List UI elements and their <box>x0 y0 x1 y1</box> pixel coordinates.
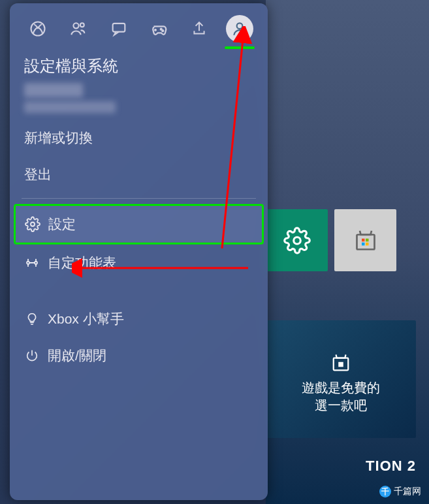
divider <box>22 198 256 199</box>
profile-tag-blurred <box>24 101 116 113</box>
chat-icon <box>110 20 128 38</box>
svg-point-0 <box>293 237 300 244</box>
watermark-text: 千篇网 <box>394 486 421 497</box>
gear-icon <box>283 227 311 254</box>
svg-point-16 <box>27 261 29 264</box>
share-icon <box>191 20 208 37</box>
guide-tab-row <box>10 10 268 52</box>
svg-rect-5 <box>366 243 369 246</box>
profile-info[interactable] <box>10 79 268 120</box>
dashboard-background: 遊戲是免費的 選一款吧 TION 2 <box>266 0 429 504</box>
menu-sign-out[interactable]: 登出 <box>10 156 268 193</box>
store-tile[interactable] <box>334 209 396 271</box>
settings-tile[interactable] <box>266 209 328 271</box>
promo-banner-tile[interactable]: 遊戲是免費的 選一款吧 <box>266 320 416 438</box>
svg-point-10 <box>80 23 84 27</box>
svg-rect-2 <box>362 239 365 242</box>
menu-xbox-assist[interactable]: Xbox 小幫手 <box>10 301 268 337</box>
tab-games[interactable] <box>145 15 172 42</box>
tab-home[interactable] <box>24 15 52 42</box>
tab-people[interactable] <box>65 15 92 42</box>
store-icon <box>354 229 377 252</box>
controller-icon <box>149 19 168 39</box>
gear-icon <box>25 216 40 232</box>
banner-line2: 選一款吧 <box>272 397 409 414</box>
tab-profile[interactable] <box>226 15 253 42</box>
store-bag-icon <box>331 353 351 373</box>
menu-label: 自定功能表 <box>48 254 116 272</box>
svg-rect-11 <box>112 24 125 32</box>
svg-point-9 <box>73 23 78 28</box>
people-icon <box>69 20 87 38</box>
bg-game-title-fragment: TION 2 <box>366 458 416 475</box>
profile-name-blurred <box>24 83 83 97</box>
svg-rect-4 <box>362 243 365 246</box>
svg-point-17 <box>35 261 37 264</box>
menu-label: Xbox 小幫手 <box>48 310 124 328</box>
menu-label: 設定 <box>48 215 76 233</box>
svg-rect-7 <box>338 362 343 367</box>
menu-power[interactable]: 開啟/關閉 <box>10 337 268 374</box>
guide-panel: 設定檔與系統 新增或切換 登出 設定 自定功能表 <box>10 3 268 500</box>
menu-label: 新增或切換 <box>24 129 93 147</box>
power-icon <box>24 348 40 363</box>
menu-label: 登出 <box>24 165 52 184</box>
menu-settings[interactable]: 設定 <box>14 204 264 244</box>
svg-point-14 <box>237 23 243 29</box>
profile-icon <box>231 20 248 37</box>
banner-line1: 遊戲是免費的 <box>272 379 409 397</box>
menu-label: 開啟/關閉 <box>48 346 106 365</box>
xbox-icon <box>29 20 47 38</box>
lightbulb-icon <box>24 311 40 327</box>
customize-icon <box>24 255 40 271</box>
tab-chat[interactable] <box>105 15 133 42</box>
watermark: 千 千篇网 <box>379 486 421 497</box>
svg-point-12 <box>161 29 162 30</box>
svg-point-13 <box>163 30 164 31</box>
menu-add-or-switch[interactable]: 新增或切換 <box>10 120 268 156</box>
panel-title: 設定檔與系統 <box>10 52 268 79</box>
svg-rect-1 <box>357 235 374 250</box>
svg-point-15 <box>31 222 35 226</box>
watermark-logo-icon: 千 <box>379 486 391 497</box>
svg-rect-3 <box>366 239 369 242</box>
tab-share[interactable] <box>185 15 213 42</box>
menu-customize[interactable]: 自定功能表 <box>10 244 268 281</box>
